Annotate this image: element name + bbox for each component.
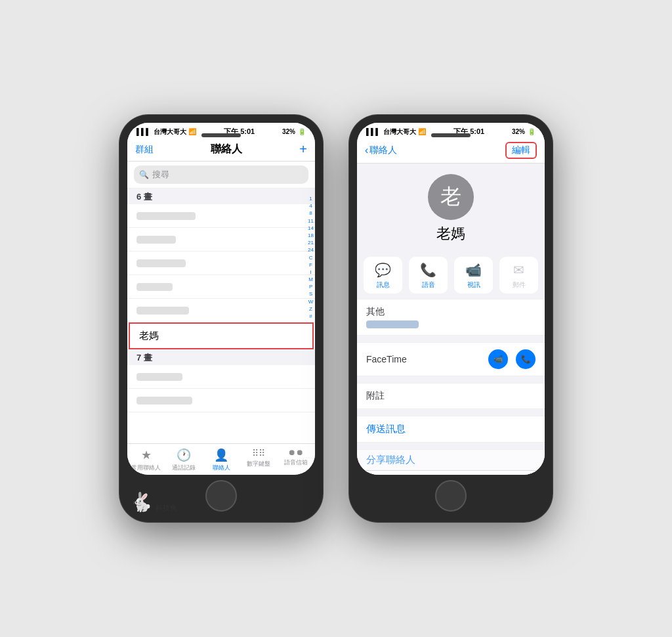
send-message-button[interactable]: 傳送訊息 — [357, 416, 545, 443]
avatar: 老 — [428, 174, 474, 220]
left-battery-label: 32% — [282, 128, 295, 135]
action-row: 💬 訊息 📞 語音 📹 視訊 ✉ 郵件 — [357, 252, 545, 299]
other-value — [366, 320, 419, 328]
left-signal-icon: ▌▌▌ — [136, 128, 150, 135]
left-nav-bar: 群組 聯絡人 + — [127, 138, 315, 162]
tab-voicemail[interactable]: ⏺⏺ 語音信箱 — [278, 448, 315, 472]
tab-voicemail-label: 語音信箱 — [284, 458, 308, 467]
star-icon: ★ — [141, 448, 152, 462]
list-item[interactable] — [127, 252, 315, 275]
phone-comparison: ▌▌▌ 台灣大哥大 📶 下午 5:01 32% 🔋 群組 聯絡人 + � — [119, 115, 553, 522]
search-bar: 🔍 搜尋 — [127, 162, 315, 188]
contact-header: 老 老媽 — [357, 164, 545, 252]
facetime-video-button[interactable]: 📹 — [488, 349, 508, 369]
right-nav-bar: ‹ 聯絡人 編輯 — [357, 138, 545, 164]
mail-action-button[interactable]: ✉ 郵件 — [499, 257, 538, 294]
edit-button[interactable]: 編輯 — [505, 142, 537, 159]
other-label: 其他 — [366, 306, 419, 318]
list-item[interactable] — [127, 299, 315, 322]
left-tab-bar: ★ 常用聯絡人 🕐 通話記錄 👤 聯絡人 ⠿⠿ 數字鍵盤 ⏺⏺ 語音信箱 — [127, 443, 315, 475]
facetime-audio-icon: 📞 — [521, 355, 531, 364]
add-contact-button[interactable]: + — [299, 142, 307, 157]
list-item[interactable] — [127, 228, 315, 252]
facetime-section: FaceTime 📹 📞 — [357, 342, 545, 376]
tab-recents-label: 通話記錄 — [172, 464, 196, 472]
right-time: 下午 5:01 — [453, 127, 484, 137]
section-header-6: 6 畫 — [127, 188, 315, 204]
groups-button[interactable]: 群組 — [135, 144, 154, 156]
right-iphone: ▌▌▌ 台灣大哥大 📶 下午 5:01 32% 🔋 ‹ 聯絡人 編輯 — [349, 115, 553, 522]
mail-label: 郵件 — [513, 280, 526, 290]
video-action-button[interactable]: 📹 視訊 — [454, 257, 493, 294]
facetime-video-icon: 📹 — [494, 355, 503, 364]
right-carrier: 台灣大哥大 — [383, 127, 416, 137]
avatar-char: 老 — [440, 183, 461, 211]
list-item[interactable] — [127, 389, 315, 412]
message-action-button[interactable]: 💬 訊息 — [364, 257, 402, 294]
contact-name: 老媽 — [436, 224, 465, 244]
facetime-icons: 📹 📞 — [488, 349, 536, 369]
note-row: 附註 — [357, 384, 545, 408]
right-screen: ▌▌▌ 台灣大哥大 📶 下午 5:01 32% 🔋 ‹ 聯絡人 編輯 — [357, 123, 545, 475]
other-section: 其他 — [357, 299, 545, 336]
right-wifi-icon: 📶 — [418, 128, 426, 135]
contacts-icon: 👤 — [214, 448, 228, 462]
tab-favorites-label: 常用聯絡人 — [131, 464, 161, 472]
note-section: 附註 — [357, 383, 545, 409]
right-status-bar: ▌▌▌ 台灣大哥大 📶 下午 5:01 32% 🔋 — [357, 123, 545, 138]
right-tab-bar: ★ 常用聯絡人 🕐 通話記錄 👤 聯絡人 ⠿⠿ 數字鍵盤 — [357, 470, 545, 475]
rabbit-icon: 🐇 — [130, 491, 153, 513]
other-row: 其他 — [357, 299, 545, 335]
right-battery-icon: 🔋 — [528, 128, 536, 135]
right-battery-label: 32% — [512, 128, 525, 135]
lao-ma-label: 老媽 — [139, 330, 159, 341]
share-contact-button[interactable]: 分享聯絡人 — [357, 449, 545, 470]
chevron-left-icon: ‹ — [365, 144, 368, 156]
right-home-button[interactable] — [435, 480, 467, 512]
note-label: 附註 — [366, 390, 385, 401]
keypad-icon: ⠿⠿ — [252, 448, 265, 458]
left-carrier: 台灣大哥大 — [154, 127, 186, 137]
watermark: 🐇 科技兔 — [130, 491, 177, 513]
search-input-wrap[interactable]: 🔍 搜尋 — [134, 165, 308, 184]
tab-recents[interactable]: 🕐 通話記錄 — [165, 448, 202, 472]
contact-detail: 老 老媽 💬 訊息 📞 語音 📹 視訊 — [357, 164, 545, 475]
list-item[interactable] — [127, 204, 315, 228]
mail-icon: ✉ — [513, 262, 524, 278]
search-icon: 🔍 — [139, 170, 149, 179]
lao-ma-contact-item[interactable]: 老媽 — [129, 322, 314, 349]
message-icon: 💬 — [375, 262, 391, 278]
tab-keypad-label: 數字鍵盤 — [247, 460, 270, 468]
list-item[interactable] — [127, 275, 315, 299]
facetime-row[interactable]: FaceTime 📹 📞 — [357, 343, 545, 376]
tab-favorites[interactable]: ★ 常用聯絡人 — [127, 448, 165, 472]
left-screen: ▌▌▌ 台灣大哥大 📶 下午 5:01 32% 🔋 群組 聯絡人 + � — [127, 123, 315, 475]
tab-keypad[interactable]: ⠿⠿ 數字鍵盤 — [240, 448, 278, 472]
section-header-7: 7 畫 — [127, 349, 315, 365]
message-label: 訊息 — [377, 280, 390, 290]
facetime-audio-button[interactable]: 📞 — [516, 349, 536, 369]
back-label: 聯絡人 — [369, 144, 397, 156]
left-home-button[interactable] — [205, 480, 237, 512]
list-item[interactable] — [127, 365, 315, 389]
right-signal-icon: ▌▌▌ — [366, 128, 380, 135]
left-iphone: ▌▌▌ 台灣大哥大 📶 下午 5:01 32% 🔋 群組 聯絡人 + � — [119, 115, 323, 522]
voice-label: 語音 — [422, 280, 435, 290]
left-time: 下午 5:01 — [224, 127, 255, 137]
left-status-bar: ▌▌▌ 台灣大哥大 📶 下午 5:01 32% 🔋 — [127, 123, 315, 138]
voicemail-icon: ⏺⏺ — [288, 448, 304, 457]
tab-contacts[interactable]: 👤 聯絡人 — [202, 448, 240, 472]
video-label: 視訊 — [467, 280, 480, 290]
back-button[interactable]: ‹ 聯絡人 — [365, 144, 397, 156]
clock-icon: 🕐 — [177, 448, 191, 462]
contact-list: 6 畫 老媽 — [127, 188, 315, 443]
tab-contacts-label: 聯絡人 — [213, 464, 230, 472]
left-wifi-icon: 📶 — [188, 128, 196, 135]
side-index[interactable]: 1 4 8 11 14 18 21 24 C F I M P S W Z # — [308, 195, 314, 320]
left-battery-icon: 🔋 — [298, 128, 306, 135]
share-contact-label: 分享聯絡人 — [366, 454, 415, 465]
search-input[interactable]: 搜尋 — [152, 169, 169, 181]
left-nav-title: 聯絡人 — [211, 143, 242, 156]
watermark-label: 科技兔 — [156, 503, 177, 513]
voice-action-button[interactable]: 📞 語音 — [409, 257, 448, 294]
